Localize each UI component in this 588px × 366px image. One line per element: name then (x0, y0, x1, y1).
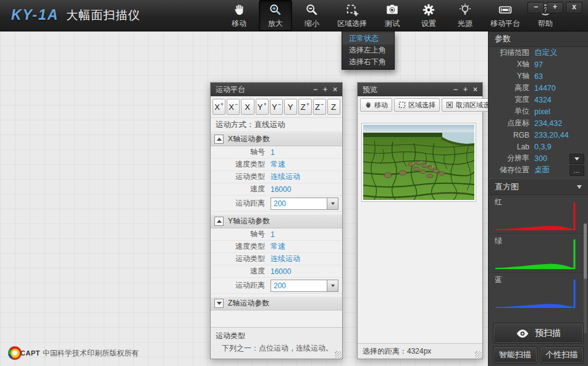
param-value[interactable]: 桌面 (534, 165, 550, 175)
preview-region-select-button[interactable]: 区域选择 (394, 98, 440, 112)
collapse-button[interactable] (214, 135, 224, 144)
preview-button-label: 移动 (374, 101, 388, 110)
chevron-down-icon (577, 185, 582, 189)
param-value[interactable]: 1 (271, 148, 275, 157)
resize-grip[interactable] (475, 351, 482, 358)
zoom-in-icon (268, 2, 283, 17)
resize-grip[interactable] (335, 351, 342, 358)
histogram-header[interactable]: 直方图 (489, 178, 588, 195)
axis-jog-buttons: X+ X− X Y+ Y− Y Z+ Z− Z (211, 96, 342, 118)
window-maximize-button[interactable]: + (547, 2, 563, 14)
scrollbar-thumb[interactable] (584, 223, 587, 279)
param-label: 宽度 (489, 94, 529, 105)
axis-button-y-minus[interactable]: Y− (270, 99, 283, 115)
panel-maximize-button[interactable]: + (323, 86, 327, 93)
copyright-area: CAPT 中国科学技术印刷所版权所有 (8, 346, 139, 360)
toolbar-label: 移动 (232, 19, 246, 29)
prescan-button[interactable]: 预扫描 (494, 323, 583, 343)
axis-button-x-plus[interactable]: X+ (212, 99, 225, 115)
window-close-button[interactable]: x (566, 2, 582, 14)
axis-button-y-plus[interactable]: Y+ (256, 99, 269, 115)
menu-item-select-bottom-right[interactable]: 选择右下角 (342, 56, 394, 68)
param-value[interactable]: 300 (534, 154, 547, 163)
combobox-value: 200 (271, 199, 327, 208)
param-value: 14470 (534, 84, 556, 93)
panel-close-button[interactable]: × (473, 86, 477, 93)
triangle-up-icon (217, 220, 222, 223)
move-distance-combobox[interactable]: 200 (271, 280, 338, 292)
toolbar-label: 帮助 (538, 19, 553, 29)
param-height: 高度 14470 (489, 82, 588, 94)
camera-icon (385, 2, 400, 17)
toolbar-button-test[interactable]: 测试 (376, 0, 409, 31)
panel-minimize-button[interactable]: − (453, 86, 458, 93)
sidebar-scrollbar[interactable] (584, 223, 587, 333)
collapse-button[interactable] (214, 299, 224, 308)
param-value[interactable]: 常速 (271, 241, 285, 252)
param-value[interactable]: 常速 (271, 159, 285, 170)
axis-button-z-minus[interactable]: Z− (313, 99, 326, 115)
smart-scan-button[interactable]: 智能扫描 (494, 347, 537, 363)
panel-close-button[interactable]: × (333, 86, 337, 93)
param-y-axis: Y轴 63 (489, 70, 588, 82)
axis-button-y[interactable]: Y (284, 99, 297, 115)
region-select-icon (398, 101, 406, 109)
param-rgb: RGB 233,20,44 (489, 129, 588, 141)
platform-icon (498, 2, 513, 17)
axis-button-z-plus[interactable]: Z+ (298, 99, 311, 115)
app-logo: KY-1A (11, 7, 59, 23)
motion-panel-titlebar[interactable]: 运动平台 − + × (211, 83, 342, 96)
panel-maximize-button[interactable]: + (463, 86, 468, 93)
preview-image[interactable] (361, 123, 476, 202)
collapse-button[interactable] (214, 217, 224, 226)
section-header-x-axis: X轴运动参数 (211, 132, 342, 146)
param-value[interactable]: 自定义 (534, 48, 558, 58)
param-value: 233,20,44 (534, 131, 569, 139)
combobox-dropdown-button[interactable] (327, 280, 338, 291)
chevron-down-icon (331, 285, 335, 287)
top-bar: KY-1A 大幅面扫描仪 移动 放大 缩小 (0, 0, 588, 31)
move-distance-combobox[interactable]: 200 (271, 198, 338, 210)
toolbar-button-motion-platform[interactable]: 移动平台 (485, 0, 526, 31)
toolbar-button-light-source[interactable]: 光源 (448, 0, 482, 31)
window-minimize-button[interactable]: − (527, 2, 544, 14)
histogram-header-label: 直方图 (495, 182, 519, 191)
toolbar-button-region-select[interactable]: 区域选择 (332, 0, 372, 31)
param-lab: Lab 0,3,9 (489, 141, 588, 152)
param-value[interactable]: 连续运动 (271, 254, 300, 264)
toolbar-button-move[interactable]: 移动 (222, 0, 256, 31)
panel-minimize-button[interactable]: − (313, 86, 317, 93)
axis-button-x-minus[interactable]: X− (227, 99, 240, 115)
param-label: 运动距离 (211, 280, 265, 291)
hand-icon (364, 101, 372, 109)
param-label: 轴号 (211, 229, 265, 239)
preview-panel-titlebar[interactable]: 预览 − + × (358, 83, 482, 96)
toolbar-label: 测试 (385, 19, 400, 29)
menu-item-normal-state[interactable]: 正常状态 (342, 33, 394, 44)
param-value[interactable]: 1 (271, 230, 275, 239)
parameters-header: 参数 (489, 31, 588, 47)
custom-scan-button[interactable]: 个性扫描 (540, 347, 584, 363)
param-label: 高度 (489, 83, 529, 93)
axis-button-z[interactable]: Z (327, 99, 340, 115)
preview-move-button[interactable]: 移动 (360, 98, 392, 112)
param-value: pixel (534, 107, 550, 116)
histogram-blue: 蓝 (489, 273, 588, 311)
param-row-axis-number: 轴号 1 (211, 146, 342, 159)
param-value[interactable]: 16000 (271, 185, 291, 194)
resolution-dropdown-button[interactable] (569, 154, 584, 164)
menu-item-select-top-left[interactable]: 选择左上角 (342, 44, 394, 56)
param-value[interactable]: 16000 (271, 267, 291, 276)
toolbar-button-settings[interactable]: 设置 (412, 0, 445, 31)
param-label: 运动类型 (211, 254, 265, 264)
axis-button-x[interactable]: X (241, 99, 254, 115)
param-x-axis: X轴 97 (489, 59, 588, 70)
combobox-dropdown-button[interactable] (327, 198, 338, 209)
param-scan-range: 扫描范围 自定义 (489, 47, 588, 59)
param-label: 速度 (211, 184, 265, 194)
toolbar-button-zoom-in[interactable]: 放大 (259, 0, 292, 31)
param-row-move-distance: 运动距离 200 (211, 196, 342, 212)
browse-location-button[interactable]: … (569, 165, 584, 176)
toolbar-button-zoom-out[interactable]: 缩小 (295, 0, 329, 31)
param-value[interactable]: 连续运动 (271, 172, 300, 182)
